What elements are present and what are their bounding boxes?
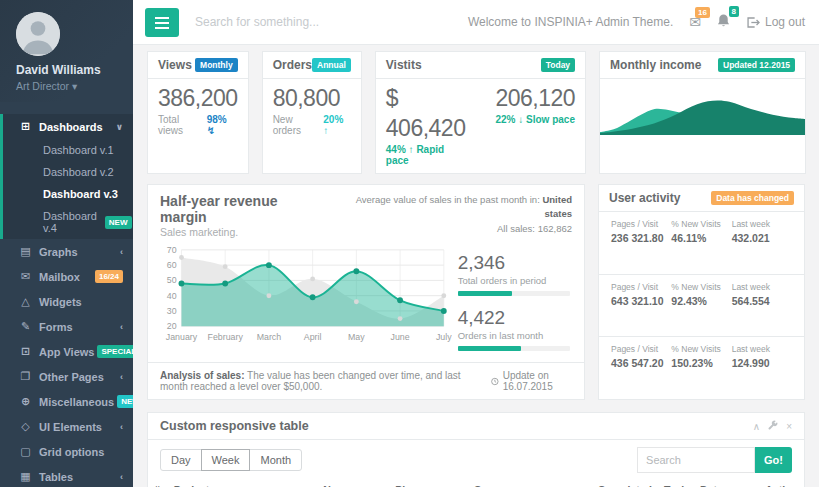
- main-content: Views Monthly 386,200 Total views 98% ↯ …: [133, 45, 819, 487]
- kpi-orders-last-month: 4,422 Orders in last month: [458, 307, 570, 351]
- sidebar-item-dashboard-v-3[interactable]: Dashboard v.3: [3, 183, 133, 205]
- pencil-icon: ✎: [18, 320, 33, 333]
- sidebar-item-forms[interactable]: ✎Forms‹: [0, 314, 133, 339]
- avatar[interactable]: [16, 12, 60, 56]
- top-navbar: Welcome to INSPINIA+ Admin Theme. ✉ 16 8…: [133, 0, 819, 45]
- revenue-panel: Half-year revenue margin Sales marketing…: [147, 184, 585, 400]
- ua-value: 432.021: [732, 232, 792, 244]
- table-search-input[interactable]: [637, 447, 755, 473]
- user-role-dropdown[interactable]: Art Director ▾: [16, 80, 133, 92]
- sidebar-item-grid-options[interactable]: ▢Grid options: [0, 439, 133, 464]
- sidebar-item-label: Dashboards: [39, 121, 113, 133]
- svg-text:January: January: [166, 332, 198, 342]
- custom-table-panel: Custom responsive table ∧ × DayWeekMonth…: [147, 412, 805, 487]
- sidebar-item-dashboards[interactable]: ⊞Dashboards∨: [3, 114, 133, 139]
- menu-toggle-button[interactable]: [145, 8, 179, 37]
- sidebar-item-graphs[interactable]: ▤Graphs‹: [0, 239, 133, 264]
- col-header-project[interactable]: Project: [168, 479, 318, 487]
- sidebar-item-other-pages[interactable]: ❐Other Pages‹: [0, 364, 133, 389]
- user-activity-title: User activity: [609, 191, 680, 205]
- sidebar-badge: 16/24: [95, 270, 123, 283]
- envelope-icon: ✉: [18, 270, 33, 283]
- avg-sales-country: United states: [542, 194, 572, 219]
- ua-value: 564.554: [732, 295, 792, 307]
- sidebar-badge: SPECIAL: [97, 345, 133, 358]
- sidebar-section-forms: ✎Forms‹: [0, 314, 133, 339]
- topbar-search-input[interactable]: [195, 15, 468, 29]
- hamburger-icon: [155, 22, 169, 24]
- search-go-button[interactable]: Go!: [755, 447, 792, 473]
- bell-icon: [717, 13, 730, 28]
- col-header-name[interactable]: Name: [317, 479, 389, 487]
- user-activity-panel: User activity Data has changed Pages / V…: [598, 184, 805, 400]
- col-header-num[interactable]: #: [148, 479, 168, 487]
- ua-value: 643 321.10: [611, 295, 671, 307]
- user-name: David Williams: [16, 63, 133, 77]
- col-header-completed[interactable]: Completed: [592, 479, 658, 487]
- user-activity-row: Pages / Visit236 321.80% New Visits46.11…: [599, 212, 804, 275]
- ua-column-label: Last week: [732, 344, 792, 354]
- ua-column-label: % New Visits: [671, 344, 731, 354]
- projects-table: # Project Name Phone Company Completed T…: [148, 479, 804, 487]
- sidebar-item-ui-elements[interactable]: ◇UI Elements‹: [0, 414, 133, 439]
- clock-icon: [491, 376, 499, 387]
- kpi-value: 2,346: [458, 252, 570, 274]
- logout-button[interactable]: Log out: [746, 15, 805, 29]
- today-badge: Today: [541, 58, 575, 72]
- desktop-icon: ⊡: [18, 345, 33, 358]
- sidebar-item-dashboard-v-4[interactable]: Dashboard v.4NEW: [3, 205, 133, 239]
- notifications-button[interactable]: 8: [717, 13, 730, 31]
- diamond-icon: ◇: [18, 420, 33, 433]
- svg-text:June: June: [391, 332, 410, 342]
- sidebar-item-label: Mailbox: [39, 271, 92, 283]
- tab-month[interactable]: Month: [249, 449, 302, 471]
- col-header-action[interactable]: Action: [759, 479, 804, 487]
- svg-text:70: 70: [167, 245, 177, 255]
- ua-value: 92.43%: [671, 295, 731, 307]
- sidebar-section-dashboards: ⊞Dashboards∨Dashboard v.1Dashboard v.2Da…: [0, 114, 133, 239]
- sidebar-item-dashboard-v-1[interactable]: Dashboard v.1: [3, 139, 133, 161]
- close-icon[interactable]: ×: [786, 421, 792, 432]
- sidebar-item-app-views[interactable]: ⊡App ViewsSPECIAL: [0, 339, 133, 364]
- col-header-company[interactable]: Company: [468, 479, 592, 487]
- sidebar-section-other-pages: ❐Other Pages‹: [0, 364, 133, 389]
- svg-text:February: February: [208, 332, 244, 342]
- sidebar-item-label: App Views: [39, 346, 94, 358]
- caret-down-icon: ▾: [72, 80, 77, 92]
- col-header-phone[interactable]: Phone: [389, 479, 467, 487]
- sidebar-item-miscellaneous[interactable]: ⊕MiscellaneousNEW: [0, 389, 133, 414]
- user-activity-row: Pages / Visit643 321.10% New Visits92.43…: [599, 275, 804, 338]
- collapse-icon[interactable]: ∧: [753, 421, 760, 432]
- kpi-value: 4,422: [458, 307, 570, 329]
- tab-week[interactable]: Week: [201, 449, 251, 471]
- messages-button[interactable]: ✉ 16: [689, 14, 701, 30]
- tab-day[interactable]: Day: [160, 449, 202, 471]
- ua-value: 46.11%: [671, 232, 731, 244]
- ua-column-label: Pages / Visit: [611, 282, 671, 292]
- sidebar-item-tables[interactable]: ▦Tables‹: [0, 464, 133, 487]
- col-header-task[interactable]: Task: [658, 479, 694, 487]
- visits-title: Vistits: [386, 58, 422, 72]
- ua-value: 436 547.20: [611, 357, 671, 369]
- visits-pct-1: 44%: [386, 144, 406, 155]
- sidebar-section-widgets: △Widgets: [0, 289, 133, 314]
- views-value: 386,200: [158, 83, 238, 113]
- sidebar-item-mailbox[interactable]: ✉Mailbox16/24: [0, 264, 133, 289]
- ua-column-label: Pages / Visit: [611, 344, 671, 354]
- annual-badge: Annual: [312, 58, 351, 72]
- revenue-title: Half-year revenue margin: [160, 193, 327, 225]
- sidebar-item-label: Widgets: [39, 296, 123, 308]
- bar-chart-icon: ▤: [18, 245, 33, 258]
- orders-title: Orders: [273, 58, 312, 72]
- income-area-chart: [600, 79, 805, 135]
- kpi-label: Total orders in period: [458, 275, 570, 286]
- sidebar-item-label: Graphs: [39, 246, 117, 258]
- wrench-icon[interactable]: [768, 420, 778, 432]
- sidebar-item-widgets[interactable]: △Widgets: [0, 289, 133, 314]
- arrow-up-icon: ↑: [409, 144, 414, 155]
- col-header-date[interactable]: Date: [694, 479, 759, 487]
- sidebar-item-dashboard-v-2[interactable]: Dashboard v.2: [3, 161, 133, 183]
- svg-text:40: 40: [167, 291, 177, 301]
- globe-icon: ⊕: [18, 395, 33, 408]
- flask-icon: △: [18, 295, 33, 308]
